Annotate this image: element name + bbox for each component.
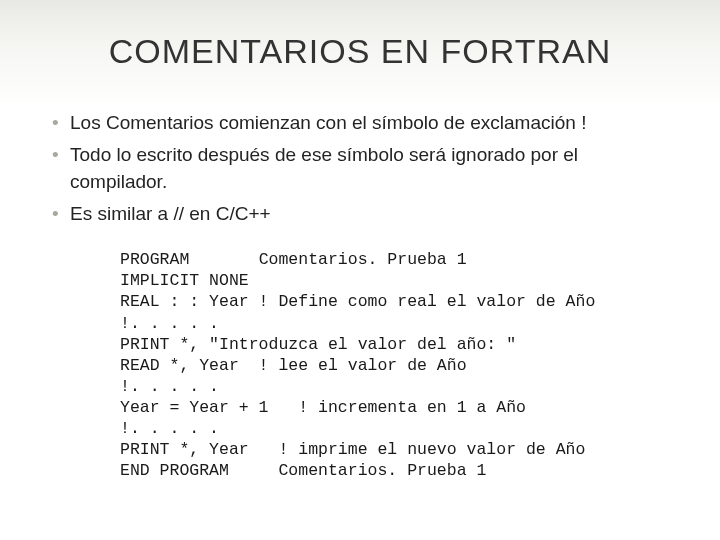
code-line: Year = Year + 1 ! incrementa en 1 a Año xyxy=(120,398,526,417)
code-progname: Comentarios. Prueba 1 xyxy=(278,461,486,480)
bullet-item: Los Comentarios comienzan con el símbolo… xyxy=(48,109,672,137)
code-block: PROGRAM Comentarios. Prueba 1 IMPLICIT N… xyxy=(120,249,672,481)
bullet-item: Todo lo escrito después de ese símbolo s… xyxy=(48,141,672,196)
bullet-item: Es similar a // en C/C++ xyxy=(48,200,672,228)
code-line: END PROGRAM Comentarios. Prueba 1 xyxy=(120,461,486,480)
code-line: !. . . . . xyxy=(120,314,219,333)
code-keyword: END PROGRAM xyxy=(120,461,278,480)
code-line: !. . . . . xyxy=(120,419,219,438)
code-line: PRINT *, "Introduzca el valor del año: " xyxy=(120,335,516,354)
code-line: IMPLICIT NONE xyxy=(120,271,249,290)
code-line: REAL : : Year ! Define como real el valo… xyxy=(120,292,595,311)
bullet-list: Los Comentarios comienzan con el símbolo… xyxy=(48,109,672,227)
slide-container: COMENTARIOS EN FORTRAN Los Comentarios c… xyxy=(0,0,720,540)
code-progname: Comentarios. Prueba 1 xyxy=(259,250,467,269)
code-keyword: PROGRAM xyxy=(120,250,259,269)
code-line: READ *, Year ! lee el valor de Año xyxy=(120,356,467,375)
slide-title: COMENTARIOS EN FORTRAN xyxy=(48,32,672,71)
code-line: PRINT *, Year ! imprime el nuevo valor d… xyxy=(120,440,585,459)
code-line: !. . . . . xyxy=(120,377,219,396)
code-line: PROGRAM Comentarios. Prueba 1 xyxy=(120,250,467,269)
